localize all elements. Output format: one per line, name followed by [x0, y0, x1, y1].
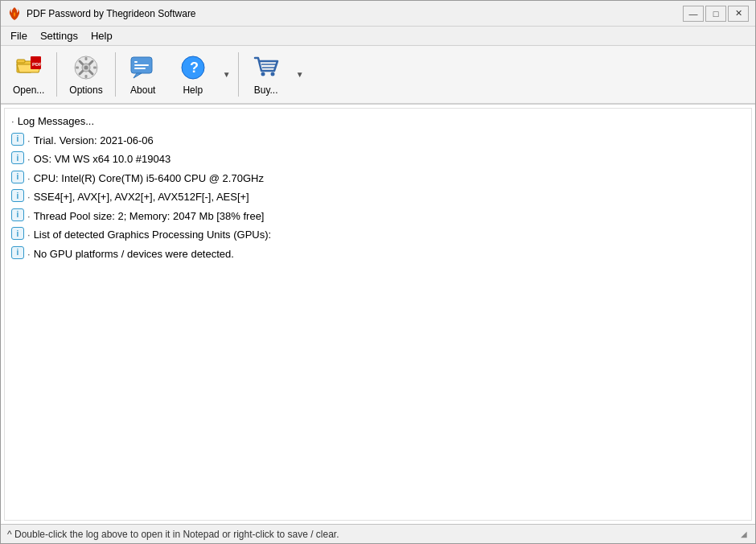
log-bullet-icon: ·	[11, 113, 14, 130]
info-icon: i	[11, 208, 24, 221]
log-bullet-icon: ·	[27, 171, 31, 187]
help-label: Help	[183, 84, 203, 96]
about-label: About	[130, 84, 155, 96]
statusbar-text: ^ Double-click the log above to open it …	[7, 529, 339, 540]
info-icon: i	[11, 151, 24, 164]
buy-chevron-down-icon: ▼	[296, 70, 304, 79]
menu-help[interactable]: Help	[84, 28, 119, 43]
info-icon: i	[11, 133, 24, 146]
svg-text:?: ?	[190, 60, 199, 76]
log-message-text: Log Messages...	[18, 113, 94, 130]
log-entry: i·SSE4[+], AVX[+], AVX2[+], AVX512F[-], …	[8, 188, 748, 207]
log-message-text: List of detected Graphics Processing Uni…	[34, 227, 272, 243]
buy-icon	[252, 53, 281, 82]
info-icon: i	[11, 246, 24, 259]
log-entry: i·List of detected Graphics Processing U…	[8, 225, 748, 245]
svg-point-22	[270, 72, 274, 76]
statusbar: ^ Double-click the log above to open it …	[1, 524, 755, 543]
log-bullet-icon: ·	[27, 246, 31, 262]
log-message-text: No GPU platforms / devices were detected…	[34, 246, 234, 262]
log-entry: i·Trial. Version: 2021-06-06	[8, 131, 748, 150]
app-icon	[7, 6, 22, 21]
open-label: Open...	[13, 84, 44, 96]
log-entry: i·CPU: Intel(R) Core(TM) i5-6400 CPU @ 2…	[8, 169, 748, 188]
help-chevron-down-icon: ▼	[223, 70, 231, 79]
svg-text:PDF: PDF	[32, 62, 42, 67]
info-icon: i	[11, 189, 24, 202]
svg-rect-11	[85, 75, 88, 78]
svg-rect-12	[76, 67, 79, 69]
log-entry: i·Thread Pool size: 2; Memory: 2047 Mb […	[8, 207, 748, 226]
log-message-text: CPU: Intel(R) Core(TM) i5-6400 CPU @ 2.7…	[34, 171, 264, 187]
svg-rect-13	[93, 67, 97, 69]
log-bullet-icon: ·	[27, 151, 31, 167]
buy-label: Buy...	[254, 84, 278, 96]
svg-marker-15	[134, 73, 142, 78]
toolbar-sep-2	[115, 52, 116, 97]
maximize-button[interactable]: □	[705, 6, 726, 22]
svg-rect-17	[134, 64, 149, 66]
toolbar: PDF Open... Options	[1, 46, 755, 105]
main-content: ·Log Messages...i·Trial. Version: 2021-0…	[1, 105, 755, 524]
log-entry: i·No GPU platforms / devices were detect…	[8, 245, 748, 264]
svg-point-9	[84, 66, 88, 70]
menu-file[interactable]: File	[4, 28, 34, 43]
svg-rect-10	[85, 57, 88, 60]
log-message-text: Trial. Version: 2021-06-06	[34, 133, 154, 149]
open-button[interactable]: PDF Open...	[4, 49, 53, 100]
toolbar-sep-1	[56, 52, 57, 97]
open-icon: PDF	[14, 53, 43, 82]
window-title: PDF Password by Thegrideon Software	[27, 8, 683, 19]
menu-settings[interactable]: Settings	[34, 28, 84, 43]
options-label: Options	[69, 84, 102, 96]
log-bullet-icon: ·	[27, 189, 31, 205]
titlebar: PDF Password by Thegrideon Software — □ …	[1, 1, 755, 27]
log-area[interactable]: ·Log Messages...i·Trial. Version: 2021-0…	[4, 108, 752, 521]
log-message-text: Thread Pool size: 2; Memory: 2047 Mb [38…	[34, 208, 265, 225]
log-bullet-icon: ·	[27, 133, 31, 149]
close-button[interactable]: ✕	[728, 6, 749, 22]
log-entry: ·Log Messages...	[8, 112, 748, 131]
log-bullet-icon: ·	[27, 208, 31, 225]
buy-button[interactable]: Buy...	[242, 49, 290, 100]
about-icon	[129, 53, 158, 82]
minimize-button[interactable]: —	[683, 6, 704, 22]
info-icon: i	[11, 227, 24, 240]
about-button[interactable]: About	[119, 49, 167, 100]
buy-dropdown-arrow[interactable]: ▼	[292, 49, 308, 100]
menubar: File Settings Help	[1, 27, 755, 46]
log-entry: i·OS: VM WS x64 10.0 #19043	[8, 150, 748, 169]
log-bullet-icon: ·	[27, 227, 31, 243]
help-dropdown-arrow[interactable]: ▼	[219, 49, 235, 100]
toolbar-sep-3	[238, 52, 239, 97]
info-icon: i	[11, 171, 24, 183]
help-icon: ?	[179, 53, 207, 82]
resize-grip-icon: ◢	[739, 530, 749, 539]
help-button[interactable]: ? Help	[169, 49, 217, 100]
options-button[interactable]: Options	[60, 49, 111, 100]
svg-rect-16	[134, 61, 138, 63]
log-message-text: OS: VM WS x64 10.0 #19043	[34, 151, 171, 167]
svg-rect-18	[134, 68, 146, 69]
options-icon	[72, 53, 101, 82]
svg-rect-1	[17, 60, 25, 63]
window-controls: — □ ✕	[683, 6, 749, 22]
svg-point-21	[261, 72, 265, 76]
log-message-text: SSE4[+], AVX[+], AVX2[+], AVX512F[-], AE…	[34, 189, 249, 205]
